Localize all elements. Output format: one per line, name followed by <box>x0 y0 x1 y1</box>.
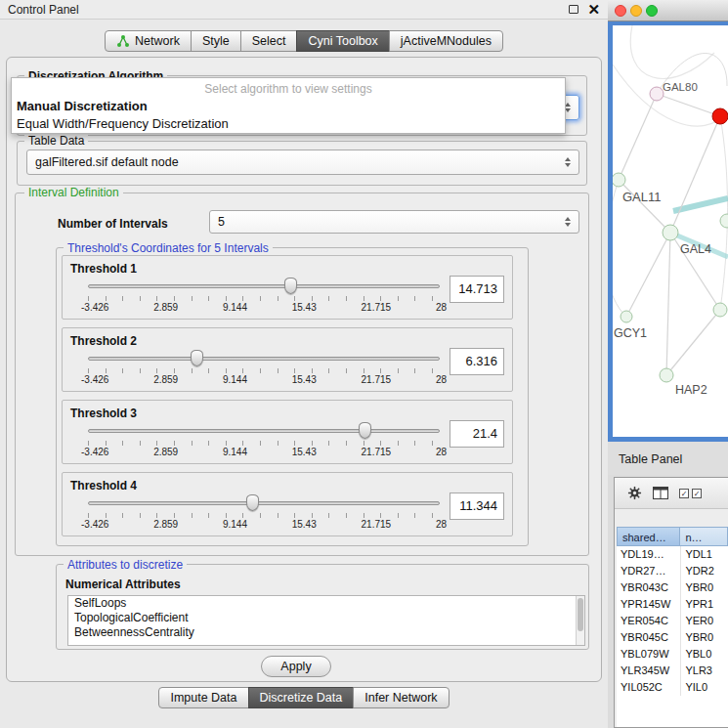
list-item[interactable]: BetweennessCentrality <box>68 625 584 640</box>
network-canvas[interactable]: GAL80 GAL11 GAL4 GCY1 HAP2 <box>613 25 728 437</box>
tab-style[interactable]: Style <box>191 30 241 52</box>
scale-tick-label: 2.859 <box>153 302 178 313</box>
node-gcy1[interactable] <box>621 311 632 322</box>
node-label-gal80: GAL80 <box>663 81 698 93</box>
table-toolbar: ✓ ✓ <box>615 478 728 509</box>
table-settings-gear-icon[interactable] <box>627 486 642 500</box>
tab-network[interactable]: Network <box>105 30 192 52</box>
dropdown-option-equal-width[interactable]: Equal Width/Frequency Discretization <box>12 115 565 133</box>
node-gal4[interactable] <box>663 225 678 240</box>
mac-close-button[interactable] <box>615 5 626 17</box>
slider-track[interactable] <box>88 429 440 433</box>
table-row[interactable]: YER054CYER0 <box>617 613 728 629</box>
column-header-name[interactable]: n… <box>680 527 728 546</box>
number-of-intervals-spinner[interactable]: 5 <box>209 210 579 234</box>
scale-tick-label: 28 <box>436 447 447 457</box>
number-of-intervals-label: Number of Intervals <box>58 217 168 231</box>
scale-tick-label: 15.43 <box>292 447 317 457</box>
threshold-3-slider[interactable]: -3.426 2.859 9.144 15.43 21.715 28 <box>88 422 440 461</box>
tab-discretize-data[interactable]: Discretize Data <box>248 687 355 708</box>
mac-minimize-button[interactable] <box>630 5 642 17</box>
slider-scale: -3.426 2.859 9.144 15.43 21.715 28 <box>81 447 447 457</box>
table-row[interactable]: YBR043CYBR0 <box>617 579 728 596</box>
threshold-1-slider-thumb[interactable] <box>284 278 297 294</box>
threshold-1-value-field[interactable]: 14.713 <box>450 276 504 303</box>
close-icon[interactable]: ✕ <box>587 4 600 16</box>
list-item[interactable]: TopologicalCoefficient <box>68 611 584 625</box>
checkbox-filter-icon-2[interactable]: ✓ <box>692 489 702 498</box>
table-panel-header: Table Panel <box>608 442 728 475</box>
interval-definition-legend: Interval Definition <box>24 186 123 199</box>
table-row[interactable]: YDR27…YDR2 <box>617 563 728 579</box>
threshold-4-slider-thumb[interactable] <box>246 494 259 511</box>
slider-ticks <box>88 296 440 301</box>
thresholds-legend: Threshold's Coordinates for 5 Intervals <box>64 241 273 255</box>
attributes-scrollbar[interactable] <box>576 596 584 645</box>
table-row[interactable]: YBL079WYBL0 <box>617 646 728 663</box>
table-row[interactable]: YIL052CYIL0 <box>617 679 728 696</box>
tab-jactivemnodules[interactable]: jActiveMNodules <box>389 30 503 52</box>
apply-button[interactable]: Apply <box>261 656 331 677</box>
combo-arrows-icon <box>565 157 571 167</box>
tab-select-label: Select <box>252 34 286 48</box>
table-row[interactable]: YPR145WYPR1 <box>617 596 728 613</box>
bottom-tab-bar: Impute Data Discretize Data Infer Networ… <box>0 687 608 708</box>
node-gal80[interactable] <box>650 87 664 101</box>
numerical-attributes-list[interactable]: SelfLoops TopologicalCoefficient Between… <box>67 595 585 646</box>
node-partial-right[interactable] <box>720 214 728 228</box>
threshold-2-label: Threshold 2 <box>70 334 137 348</box>
tab-cyni-toolbox[interactable]: Cyni Toolbox <box>296 30 389 52</box>
threshold-3-value-field[interactable]: 21.4 <box>450 420 504 448</box>
table-data-combobox[interactable]: galFiltered.sif default node <box>26 150 579 175</box>
threshold-4-label: Threshold 4 <box>70 479 137 492</box>
scale-tick-label: 9.144 <box>223 374 247 385</box>
numerical-attributes-label: Numerical Attributes <box>65 578 181 591</box>
top-tab-bar: Network Style Select Cyni Toolbox jActiv… <box>0 30 608 52</box>
table-row[interactable]: YDL19…YDL1 <box>617 546 728 563</box>
network-window-titlebar[interactable] <box>608 0 728 21</box>
tab-discretize-label: Discretize Data <box>260 691 343 705</box>
slider-track[interactable] <box>88 284 440 288</box>
combo-arrows-icon <box>565 217 571 227</box>
column-layout-icon[interactable] <box>653 487 668 499</box>
threshold-2-value-field[interactable]: 6.316 <box>450 348 504 375</box>
threshold-4-slider[interactable]: -3.426 2.859 9.144 15.43 21.715 28 <box>88 494 440 534</box>
threshold-4-value-field[interactable]: 11.344 <box>450 492 504 520</box>
node-selected-red[interactable] <box>712 108 728 124</box>
tab-style-label: Style <box>202 34 230 48</box>
dropdown-option-manual[interactable]: Manual Discretization <box>12 98 565 115</box>
scale-tick-label: 28 <box>436 519 447 530</box>
mac-zoom-button[interactable] <box>646 5 658 17</box>
node-right[interactable] <box>713 303 727 317</box>
scale-tick-label: 9.144 <box>223 302 247 313</box>
scale-tick-label: -3.426 <box>81 447 108 457</box>
scrollbar-thumb[interactable] <box>578 598 583 631</box>
scale-tick-label: 15.43 <box>292 519 317 530</box>
node-gal11[interactable] <box>613 173 625 187</box>
checkbox-filter-icon-1[interactable]: ✓ <box>679 489 689 498</box>
scale-tick-label: -3.426 <box>81 374 108 385</box>
threshold-2-slider[interactable]: -3.426 2.859 9.144 15.43 21.715 28 <box>88 350 440 389</box>
slider-scale: -3.426 2.859 9.144 15.43 21.715 28 <box>81 302 447 313</box>
scale-tick-label: 2.859 <box>153 519 178 530</box>
slider-track[interactable] <box>88 501 440 505</box>
tab-infer-network[interactable]: Infer Network <box>353 687 449 708</box>
list-item[interactable]: SelfLoops <box>68 596 584 611</box>
column-header-shared[interactable]: shared… <box>617 527 680 546</box>
tab-infer-label: Infer Network <box>364 691 437 705</box>
table-row[interactable]: YBR045CYBR0 <box>617 629 728 646</box>
node-hap2[interactable] <box>660 368 673 382</box>
threshold-2-slider-thumb[interactable] <box>191 350 203 366</box>
table-row[interactable]: YLR345WYLR3 <box>617 663 728 679</box>
float-window-icon[interactable] <box>569 5 578 14</box>
threshold-3-slider-thumb[interactable] <box>359 422 371 439</box>
threshold-2-panel: Threshold 2 -3.426 2.859 9.144 15.43 21.… <box>62 327 513 392</box>
slider-track[interactable] <box>88 357 440 361</box>
scale-tick-label: 21.715 <box>362 302 392 313</box>
slider-scale: -3.426 2.859 9.144 15.43 21.715 28 <box>81 374 447 385</box>
node-label-gal4: GAL4 <box>680 242 711 256</box>
tab-impute-data[interactable]: Impute Data <box>158 687 248 708</box>
node-label-hap2: HAP2 <box>675 383 707 397</box>
tab-select[interactable]: Select <box>240 30 298 52</box>
threshold-1-slider[interactable]: -3.426 2.859 9.144 15.43 21.715 28 <box>88 278 440 317</box>
